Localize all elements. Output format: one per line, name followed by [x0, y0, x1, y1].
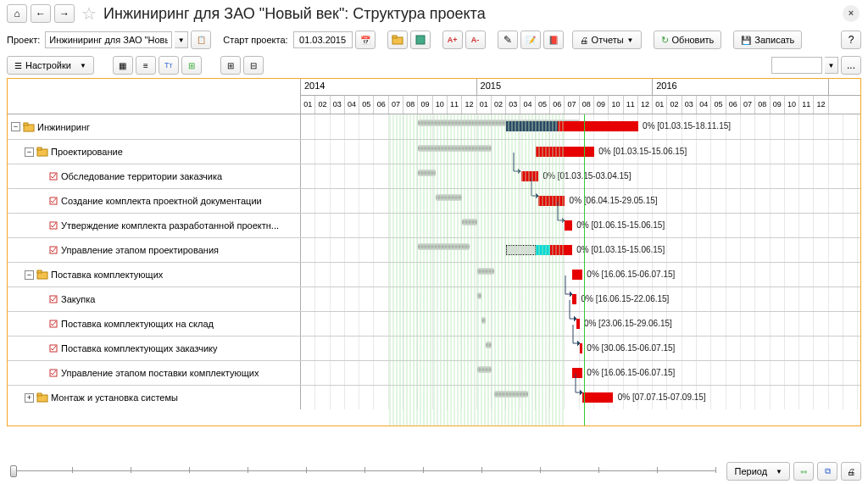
gantt-bar[interactable]: [558, 121, 638, 131]
fit-width-button[interactable]: ⇿: [793, 462, 814, 481]
gantt-bar[interactable]: [538, 196, 565, 206]
task-tree-cell[interactable]: Закупка: [8, 287, 301, 311]
close-button[interactable]: ×: [843, 5, 860, 22]
save-button[interactable]: 💾Записать: [733, 31, 802, 49]
back-button[interactable]: ←: [31, 4, 51, 23]
gantt-bar[interactable]: [506, 245, 536, 255]
gantt-bar-label: 0% [06.04.15-29.05.15]: [570, 196, 658, 205]
help-button[interactable]: ?: [841, 31, 861, 49]
project-dropdown-arrow[interactable]: ▼: [175, 31, 188, 48]
folder-open-button[interactable]: [387, 31, 408, 49]
task-tree-cell[interactable]: Утверждение комплекта разработанной прое…: [8, 214, 301, 237]
properties-button[interactable]: 📝: [520, 31, 541, 49]
task-tree-cell[interactable]: −Проектирование: [8, 140, 301, 164]
month-header: 05: [536, 96, 550, 114]
task-tree-cell[interactable]: +Монтаж и установка системы: [8, 386, 301, 409]
folder-icon: [23, 122, 35, 132]
month-header: 01: [653, 96, 667, 114]
gantt-bar[interactable]: [572, 368, 582, 378]
edit-button[interactable]: ✎: [498, 31, 518, 49]
home-button[interactable]: ⌂: [7, 4, 27, 23]
baseline-bar: [418, 145, 492, 152]
gantt-bar[interactable]: [572, 294, 576, 304]
gantt-bar[interactable]: [572, 270, 582, 280]
month-header: 10: [609, 96, 623, 114]
task-tree-cell[interactable]: Поставка комплектующих на склад: [8, 312, 301, 336]
gantt-bar-label: 0% [16.06.15-06.07.15]: [587, 270, 675, 279]
filter-field[interactable]: [771, 57, 822, 74]
expand-toggle[interactable]: −: [25, 147, 34, 157]
folder-icon: [36, 147, 48, 157]
month-header: 05: [359, 96, 374, 114]
print-gantt-button[interactable]: 🖨: [841, 462, 861, 481]
gantt-bar-label: 0% [07.07.15-07.09.15]: [618, 392, 706, 402]
task-name: Обследование территории заказчика: [61, 171, 222, 181]
new-item-button[interactable]: [410, 31, 431, 49]
project-open-button[interactable]: 📋: [191, 31, 211, 49]
gantt-bars-area[interactable]: 0% [16.06.15-06.07.15]: [301, 263, 860, 287]
link-view-button[interactable]: ⧉: [817, 462, 837, 481]
month-header: 10: [785, 96, 799, 114]
gantt-bar[interactable]: [506, 121, 558, 131]
expand-toggle[interactable]: +: [25, 393, 34, 403]
favorite-star-icon[interactable]: ☆: [81, 3, 97, 24]
gantt-bar[interactable]: [521, 171, 539, 181]
month-header: 11: [624, 96, 638, 114]
month-header: 09: [594, 96, 609, 114]
gantt-bars-area[interactable]: 0% [01.06.15-15.06.15]: [301, 214, 860, 237]
task-icon: [48, 196, 58, 206]
gantt-bar[interactable]: [580, 343, 582, 353]
gantt-bars-area[interactable]: 0% [01.03.15-15.06.15]: [301, 238, 860, 262]
svg-rect-4: [24, 123, 28, 125]
reports-button[interactable]: 🖨Отчеты▼: [572, 31, 642, 49]
gantt-bars-area[interactable]: 0% [16.06.15-22.06.15]: [301, 287, 860, 311]
refresh-button[interactable]: ↻Обновить: [654, 31, 722, 49]
print-button[interactable]: 📕: [543, 31, 564, 49]
task-tree-cell[interactable]: Обследование территории заказчика: [8, 164, 301, 188]
gantt-bars-area[interactable]: 0% [30.06.15-06.07.15]: [301, 337, 860, 360]
filter-more-button[interactable]: ...: [841, 56, 861, 75]
view-text-button[interactable]: Tт: [159, 56, 179, 75]
filter-dropdown[interactable]: ▼: [825, 57, 838, 74]
forward-button[interactable]: →: [54, 4, 75, 23]
gantt-bar-label: 0% [23.06.15-29.06.15]: [584, 319, 672, 328]
gantt-bar[interactable]: [565, 220, 572, 231]
gantt-bars-area[interactable]: 0% [01.03.15-03.04.15]: [301, 164, 860, 188]
task-tree-cell[interactable]: Управление этапом проектирования: [8, 238, 301, 262]
task-tree-cell[interactable]: Поставка комплектующих заказчику: [8, 337, 301, 360]
task-tree-cell[interactable]: Управление этапом поставки комплектующих: [8, 361, 301, 385]
gantt-bar[interactable]: [536, 147, 594, 157]
month-header: 04: [697, 96, 711, 114]
expand-all-button[interactable]: ⊞: [220, 56, 241, 75]
collapse-all-button[interactable]: ⊟: [243, 56, 264, 75]
view-columns-button[interactable]: ≡: [136, 56, 156, 75]
month-header: 10: [433, 96, 448, 114]
view-hierarchy-button[interactable]: ⊞: [181, 56, 202, 75]
period-button[interactable]: Период▼: [726, 462, 790, 481]
gantt-bar[interactable]: [582, 392, 613, 403]
gantt-bar[interactable]: [550, 245, 572, 255]
zoom-out-button[interactable]: A-: [465, 31, 486, 49]
start-date-field[interactable]: [293, 31, 353, 48]
view-tree-button[interactable]: ▦: [113, 56, 133, 75]
task-tree-cell[interactable]: Создание комплекта проектной документаци…: [8, 189, 301, 213]
gantt-bar-label: 0% [30.06.15-06.07.15]: [587, 343, 675, 353]
gantt-bar[interactable]: [576, 319, 579, 329]
gantt-bars-area[interactable]: 0% [07.07.15-07.09.15]: [301, 386, 860, 409]
baseline-bar: [477, 268, 495, 275]
project-select[interactable]: [45, 31, 172, 48]
gantt-bars-area[interactable]: 0% [16.06.15-06.07.15]: [301, 361, 860, 385]
calendar-button[interactable]: 📅: [355, 31, 376, 49]
gantt-bars-area[interactable]: 0% [06.04.15-29.05.15]: [301, 189, 860, 213]
gantt-bar[interactable]: [536, 245, 550, 255]
task-tree-cell[interactable]: −Поставка комплектующих: [8, 263, 301, 287]
zoom-in-button[interactable]: A+: [442, 31, 463, 49]
gantt-bars-area[interactable]: 0% [23.06.15-29.06.15]: [301, 312, 860, 336]
gantt-bars-area[interactable]: 0% [01.03.15-15.06.15]: [301, 140, 860, 164]
task-tree-cell[interactable]: −Инжиниринг: [8, 114, 301, 139]
settings-button[interactable]: ☰Настройки▼: [7, 56, 94, 75]
gantt-bars-area[interactable]: 0% [01.03.15-18.11.15]: [301, 114, 860, 139]
expand-toggle[interactable]: −: [25, 270, 34, 280]
expand-toggle[interactable]: −: [11, 122, 20, 131]
zoom-slider[interactable]: [7, 463, 723, 480]
